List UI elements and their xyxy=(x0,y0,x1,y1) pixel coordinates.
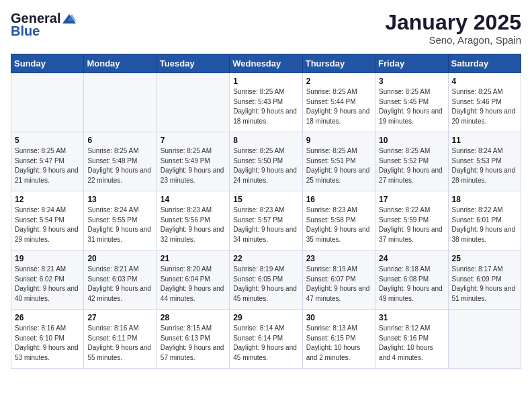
calendar-cell: 1Sunrise: 8:25 AMSunset: 5:43 PMDaylight… xyxy=(230,73,302,132)
day-info: Sunrise: 8:21 AMSunset: 6:03 PMDaylight:… xyxy=(87,265,152,304)
calendar-cell: 30Sunrise: 8:13 AMSunset: 6:15 PMDayligh… xyxy=(302,310,375,369)
calendar-cell: 11Sunrise: 8:24 AMSunset: 5:53 PMDayligh… xyxy=(448,132,521,191)
day-info: Sunrise: 8:25 AMSunset: 5:49 PMDaylight:… xyxy=(161,146,226,185)
day-info: Sunrise: 8:24 AMSunset: 5:54 PMDaylight:… xyxy=(15,205,80,244)
day-number: 12 xyxy=(15,195,80,204)
weekday-header-friday: Friday xyxy=(375,54,448,73)
day-number: 25 xyxy=(452,254,517,263)
calendar-title: January 2025 xyxy=(385,11,521,34)
calendar-table: SundayMondayTuesdayWednesdayThursdayFrid… xyxy=(11,54,521,369)
day-info: Sunrise: 8:25 AMSunset: 5:45 PMDaylight:… xyxy=(379,87,444,126)
day-number: 31 xyxy=(379,313,444,322)
day-number: 30 xyxy=(306,313,371,322)
day-info: Sunrise: 8:25 AMSunset: 5:52 PMDaylight:… xyxy=(379,146,444,185)
calendar-cell: 7Sunrise: 8:25 AMSunset: 5:49 PMDaylight… xyxy=(157,132,229,191)
day-number: 11 xyxy=(452,136,517,145)
calendar-cell: 17Sunrise: 8:22 AMSunset: 5:59 PMDayligh… xyxy=(375,191,448,250)
calendar-cell: 4Sunrise: 8:25 AMSunset: 5:46 PMDaylight… xyxy=(448,73,521,132)
calendar-week-row: 5Sunrise: 8:25 AMSunset: 5:47 PMDaylight… xyxy=(11,132,521,191)
calendar-cell: 29Sunrise: 8:14 AMSunset: 6:14 PMDayligh… xyxy=(230,310,302,369)
calendar-cell: 13Sunrise: 8:24 AMSunset: 5:55 PMDayligh… xyxy=(84,191,157,250)
day-number: 28 xyxy=(161,313,226,322)
calendar-cell xyxy=(11,73,84,132)
calendar-cell: 18Sunrise: 8:22 AMSunset: 6:01 PMDayligh… xyxy=(448,191,521,250)
day-number: 16 xyxy=(306,195,371,204)
calendar-cell: 24Sunrise: 8:18 AMSunset: 6:08 PMDayligh… xyxy=(375,250,448,310)
page-header: General Blue January 2025 Seno, Aragon, … xyxy=(11,11,521,46)
calendar-cell: 26Sunrise: 8:16 AMSunset: 6:10 PMDayligh… xyxy=(11,310,84,369)
day-info: Sunrise: 8:19 AMSunset: 6:05 PMDaylight:… xyxy=(233,265,298,304)
weekday-header-tuesday: Tuesday xyxy=(157,54,229,73)
calendar-cell: 21Sunrise: 8:20 AMSunset: 6:04 PMDayligh… xyxy=(157,250,229,310)
day-number: 22 xyxy=(233,254,298,263)
calendar-cell: 20Sunrise: 8:21 AMSunset: 6:03 PMDayligh… xyxy=(84,250,157,310)
day-number: 7 xyxy=(161,136,226,145)
day-info: Sunrise: 8:25 AMSunset: 5:48 PMDaylight:… xyxy=(87,146,152,185)
day-number: 19 xyxy=(15,254,80,263)
day-info: Sunrise: 8:21 AMSunset: 6:02 PMDaylight:… xyxy=(15,265,80,304)
day-number: 10 xyxy=(379,136,444,145)
weekday-header-saturday: Saturday xyxy=(448,54,521,73)
day-number: 14 xyxy=(161,195,226,204)
calendar-cell: 22Sunrise: 8:19 AMSunset: 6:05 PMDayligh… xyxy=(230,250,302,310)
calendar-cell: 16Sunrise: 8:23 AMSunset: 5:58 PMDayligh… xyxy=(302,191,375,250)
calendar-cell: 23Sunrise: 8:19 AMSunset: 6:07 PMDayligh… xyxy=(302,250,375,310)
day-number: 13 xyxy=(87,195,152,204)
calendar-cell: 28Sunrise: 8:15 AMSunset: 6:13 PMDayligh… xyxy=(157,310,229,369)
calendar-cell xyxy=(84,73,157,132)
day-info: Sunrise: 8:25 AMSunset: 5:47 PMDaylight:… xyxy=(15,146,80,185)
day-number: 5 xyxy=(15,136,80,145)
calendar-cell: 9Sunrise: 8:25 AMSunset: 5:51 PMDaylight… xyxy=(302,132,375,191)
weekday-header-thursday: Thursday xyxy=(302,54,375,73)
calendar-cell: 19Sunrise: 8:21 AMSunset: 6:02 PMDayligh… xyxy=(11,250,84,310)
day-info: Sunrise: 8:22 AMSunset: 5:59 PMDaylight:… xyxy=(379,205,444,244)
weekday-header-monday: Monday xyxy=(84,54,157,73)
calendar-cell: 15Sunrise: 8:23 AMSunset: 5:57 PMDayligh… xyxy=(230,191,302,250)
day-info: Sunrise: 8:25 AMSunset: 5:43 PMDaylight:… xyxy=(233,87,298,126)
day-info: Sunrise: 8:25 AMSunset: 5:50 PMDaylight:… xyxy=(233,146,298,185)
calendar-cell xyxy=(157,73,229,132)
calendar-cell: 12Sunrise: 8:24 AMSunset: 5:54 PMDayligh… xyxy=(11,191,84,250)
day-info: Sunrise: 8:16 AMSunset: 6:10 PMDaylight:… xyxy=(15,324,80,363)
calendar-cell: 5Sunrise: 8:25 AMSunset: 5:47 PMDaylight… xyxy=(11,132,84,191)
calendar-week-row: 19Sunrise: 8:21 AMSunset: 6:02 PMDayligh… xyxy=(11,250,521,310)
day-info: Sunrise: 8:14 AMSunset: 6:14 PMDaylight:… xyxy=(233,324,298,363)
day-number: 1 xyxy=(233,77,298,86)
day-info: Sunrise: 8:17 AMSunset: 6:09 PMDaylight:… xyxy=(452,265,517,304)
day-info: Sunrise: 8:25 AMSunset: 5:51 PMDaylight:… xyxy=(306,146,371,185)
day-number: 21 xyxy=(161,254,226,263)
day-info: Sunrise: 8:18 AMSunset: 6:08 PMDaylight:… xyxy=(379,265,444,304)
day-info: Sunrise: 8:23 AMSunset: 5:56 PMDaylight:… xyxy=(161,205,226,244)
day-number: 24 xyxy=(379,254,444,263)
calendar-cell: 6Sunrise: 8:25 AMSunset: 5:48 PMDaylight… xyxy=(84,132,157,191)
logo: General Blue xyxy=(11,11,76,39)
calendar-title-area: January 2025 Seno, Aragon, Spain xyxy=(385,11,521,46)
calendar-subtitle: Seno, Aragon, Spain xyxy=(385,34,521,46)
day-info: Sunrise: 8:25 AMSunset: 5:46 PMDaylight:… xyxy=(452,87,517,126)
day-info: Sunrise: 8:24 AMSunset: 5:53 PMDaylight:… xyxy=(452,146,517,185)
day-number: 23 xyxy=(306,254,371,263)
day-number: 3 xyxy=(379,77,444,86)
logo-icon xyxy=(62,13,76,25)
day-info: Sunrise: 8:13 AMSunset: 6:15 PMDaylight:… xyxy=(306,324,371,363)
calendar-week-row: 1Sunrise: 8:25 AMSunset: 5:43 PMDaylight… xyxy=(11,73,521,132)
calendar-cell: 27Sunrise: 8:16 AMSunset: 6:11 PMDayligh… xyxy=(84,310,157,369)
calendar-week-row: 26Sunrise: 8:16 AMSunset: 6:10 PMDayligh… xyxy=(11,310,521,369)
day-number: 2 xyxy=(306,77,371,86)
day-number: 6 xyxy=(87,136,152,145)
calendar-cell: 8Sunrise: 8:25 AMSunset: 5:50 PMDaylight… xyxy=(230,132,302,191)
calendar-cell xyxy=(448,310,521,369)
calendar-cell: 31Sunrise: 8:12 AMSunset: 6:16 PMDayligh… xyxy=(375,310,448,369)
day-number: 20 xyxy=(87,254,152,263)
day-number: 17 xyxy=(379,195,444,204)
day-number: 8 xyxy=(233,136,298,145)
day-info: Sunrise: 8:16 AMSunset: 6:11 PMDaylight:… xyxy=(87,324,152,363)
day-number: 27 xyxy=(87,313,152,322)
calendar-cell: 3Sunrise: 8:25 AMSunset: 5:45 PMDaylight… xyxy=(375,73,448,132)
day-info: Sunrise: 8:20 AMSunset: 6:04 PMDaylight:… xyxy=(161,265,226,304)
calendar-cell: 14Sunrise: 8:23 AMSunset: 5:56 PMDayligh… xyxy=(157,191,229,250)
day-number: 18 xyxy=(452,195,517,204)
weekday-header-row: SundayMondayTuesdayWednesdayThursdayFrid… xyxy=(11,54,521,73)
calendar-cell: 10Sunrise: 8:25 AMSunset: 5:52 PMDayligh… xyxy=(375,132,448,191)
logo-blue-text: Blue xyxy=(11,24,40,39)
